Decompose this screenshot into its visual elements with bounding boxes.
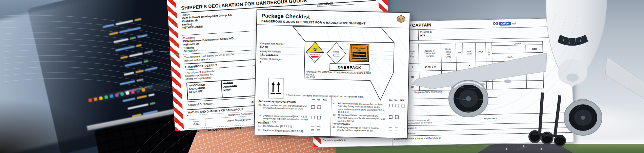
captain-signature-label: Captain's signature 3:	[323, 139, 346, 141]
table-cell	[526, 69, 544, 81]
checkboxes	[311, 126, 328, 130]
awb-value: 121-21121212	[260, 53, 279, 56]
markings-heading: Markings	[258, 121, 269, 124]
orientation-arrows-icon	[268, 78, 283, 99]
decor-dark-corner	[0, 99, 112, 153]
checkboxes	[311, 116, 329, 120]
svg-text:RADIOACTIVE III: RADIOACTIVE III	[310, 54, 320, 56]
aircraft-limitation-box: PASSENGER AND CARGO AIRCRAFT CARGO AIRCR…	[186, 78, 263, 100]
prepared-by-value: HTE	[420, 34, 425, 37]
divider	[392, 128, 571, 132]
text-caret	[333, 2, 333, 5]
dangerous-goods-banner: SHIPPER'S DECLARATION FOR DANGEROUS GOOD…	[0, 0, 644, 153]
checkbox	[311, 116, 315, 119]
radioactive-label-icon: ☢ RADIOACTIVE III 7	[306, 42, 324, 63]
table-header-cell: PG	[456, 43, 463, 63]
material-description-line2: FISSILE	[306, 73, 315, 76]
table-cell	[457, 63, 463, 70]
checkboxes	[389, 103, 407, 107]
runway-marking	[506, 148, 507, 150]
checkbox	[389, 104, 393, 107]
table-header-cell: C A O	[486, 42, 492, 62]
checkbox	[317, 105, 321, 109]
un-id-column-header: UN or ID No.	[187, 119, 206, 127]
checkbox	[395, 128, 398, 131]
cargo-aircraft-only-label-icon: CARGO AIRCRAFT ONLY	[350, 44, 369, 62]
divider	[330, 97, 332, 136]
checkbox	[396, 104, 399, 107]
table-cell: *	[463, 62, 476, 70]
checkbox	[317, 126, 320, 130]
num-packages-label: Number of packages:	[260, 57, 283, 61]
checkboxes	[389, 127, 406, 131]
pos-label: POS1	[526, 53, 543, 61]
overpack-ref-value: RA-01	[260, 45, 268, 49]
table-cell: 01-I	[526, 61, 543, 69]
checkbox	[317, 131, 320, 134]
loaded-to-value: CDG	[526, 45, 543, 53]
loaded-header-group: Loaded TO CDG ULD ID POS1	[492, 41, 543, 62]
acceptance-note-line2: damaged packages. (to be signed	[404, 122, 432, 124]
runway-strip	[478, 144, 573, 153]
svg-text:ONLY: ONLY	[357, 49, 361, 51]
logo-dg: DG	[493, 21, 498, 25]
table-cell: III-YELLOW	[442, 70, 457, 83]
table-cell: 2 TI	[419, 71, 442, 83]
svg-text:CARGO AIRCRAFT: CARGO AIRCRAFT	[353, 47, 366, 49]
table-header-cell: ERG	[476, 42, 486, 62]
package-checklist-document: Package Checklist DANGEROUS GOODS CHECKL…	[254, 9, 410, 139]
table-cell: RRY	[463, 70, 477, 82]
checkbox	[389, 128, 392, 131]
logo-office: Office	[499, 22, 511, 26]
consignee-address: DGM Software Development Group A/S Kokho…	[183, 37, 234, 53]
table-header-cell: Radio- active Mat. Categ.	[441, 43, 456, 63]
checkboxes	[389, 115, 407, 119]
checkbox	[402, 104, 405, 107]
table-cell	[477, 82, 487, 90]
table-header-cell: IMP Code	[463, 43, 476, 63]
table-cell: X	[486, 70, 493, 82]
signature-line	[413, 97, 498, 99]
fissile-label-icon: FISSILE 7	[326, 42, 346, 65]
checkbox	[401, 128, 404, 131]
checkboxes	[311, 130, 328, 134]
checkbox	[311, 131, 314, 134]
table-cell: *	[476, 62, 486, 70]
un-number-line: UN 3333	[306, 76, 315, 79]
prepared-by-label: Prepared by	[420, 30, 432, 33]
table-header-cell: Net qty or Transp. Ind. per pkg	[419, 44, 441, 63]
checkbox	[395, 115, 399, 119]
checkbox	[311, 126, 314, 130]
table-cell	[457, 70, 464, 82]
divider	[418, 29, 419, 40]
trefoil-glyph: ☢	[313, 47, 317, 52]
runway-marking	[541, 148, 542, 150]
packages-overpacks-heading: PACKAGE(S) AND OVERPACKS	[259, 100, 296, 103]
runway-marking	[523, 145, 524, 147]
shipper-address: DGM Software Development Group A/S Kokho…	[182, 13, 233, 30]
table-cell	[442, 63, 457, 71]
table-cell	[476, 70, 487, 82]
overpack-caption: OVERPACK	[338, 65, 361, 70]
checkbox	[389, 115, 393, 119]
table-cell: X	[486, 62, 492, 70]
acceptance-label: ACCEPTANCE	[484, 118, 497, 120]
doc-title: Package Checklist	[261, 13, 310, 20]
answer-headers-right: YesNoN/A	[389, 99, 407, 101]
table-cell: 24 kg, 2 TI	[419, 63, 442, 71]
logo-net: .net	[511, 22, 516, 25]
table-cell	[442, 82, 457, 90]
checkboxes	[311, 105, 329, 109]
svg-text:FISSILE: FISSILE	[334, 51, 339, 53]
checklist-item-41: 41. For fissile materials, two correctly…	[333, 102, 407, 115]
table-cell: RA-123	[492, 61, 526, 70]
airport-of-destination-label: Airport of Destination:	[188, 102, 214, 107]
table-cell	[487, 82, 493, 89]
table-cell: 24 kg	[420, 83, 442, 91]
checkbox	[317, 116, 321, 119]
checkbox	[311, 105, 315, 109]
table-cell	[527, 81, 544, 89]
supplementary-info-label: Supplementary Information	[414, 90, 442, 94]
checklist-item-43: 43. Packaging markings as required must …	[333, 126, 406, 133]
typed-field-value: dsflksdfsdfl	[317, 1, 333, 6]
